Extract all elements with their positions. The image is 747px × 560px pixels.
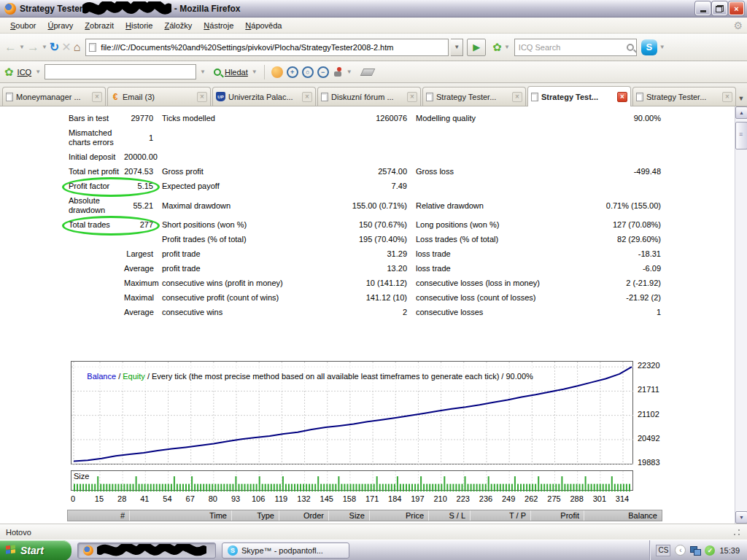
menu-item-1[interactable]: Úpravy [42,19,79,32]
chevron-down-icon[interactable]: ▼ [35,69,41,75]
icq-flower-icon[interactable]: ✿ [492,41,502,54]
network-icon[interactable] [690,546,700,555]
skype-icon: S [228,545,238,556]
task-button-skype[interactable]: S Skype™ - podpantofl... [222,542,349,559]
zoom-out-icon[interactable]: − [317,66,329,78]
caption-method: Every tick (the most precise method base… [152,372,533,381]
tab-2[interactable]: UPUniverzita Palac...× [212,87,316,106]
skype-tray-icon[interactable]: ✓ [705,545,715,556]
go-button[interactable]: ▶ [467,39,486,56]
skype-extension-icon[interactable]: S [641,39,657,55]
forward-button[interactable]: → [27,41,39,53]
url-input[interactable] [99,42,445,52]
scroll-up-button[interactable]: ▲ [735,106,747,119]
menu-item-5[interactable]: Nástroje [198,19,239,32]
search-icon[interactable] [627,44,634,51]
zoom-reset-icon[interactable]: ○ [302,66,314,78]
url-bar[interactable] [85,39,449,56]
tab-overflow-button[interactable]: ▼ [737,91,746,106]
tab-strip: Moneymanager ...×€Email (3)×UPUniverzita… [1,86,737,106]
skype-dropdown-icon[interactable]: ▼ [659,44,665,50]
tab-4[interactable]: Strategy Tester...× [422,87,526,106]
stats-cell: 90.00% [584,111,662,125]
resize-grip[interactable] [732,528,741,537]
tab-close-icon[interactable]: × [617,92,627,102]
chevron-down-icon[interactable]: ▼ [200,69,206,75]
caption-separator: / [145,372,152,381]
stats-cell: 195 (70.40%) [328,232,409,246]
gear-icon[interactable]: ⚙ [733,20,743,31]
chevron-left-icon[interactable]: ‹ [675,545,686,556]
stats-cell: Gross profit [155,164,328,179]
menu-item-0[interactable]: Soubor [4,19,42,32]
tab-1[interactable]: €Email (3)× [107,87,211,106]
reload-icon[interactable]: ↻ [50,42,59,53]
x-axis-label: 93 [226,494,245,503]
x-axis-label: 275 [544,494,563,503]
icq-search-input[interactable] [517,42,627,52]
stop-icon[interactable]: ✕ [61,42,71,53]
icq-dropdown-icon[interactable]: ▼ [504,44,510,50]
y-axis-label: 21711 [638,385,670,394]
navigation-toolbar: ← ▼ → ▼ ↻ ✕ ⌂ ▼ ▶ ✿ ▼ S ▼ [0,34,747,61]
scrollbar-thumb[interactable] [735,122,747,149]
tab-3[interactable]: Diskuzní fórum ...× [317,87,421,106]
icq-label[interactable]: ICQ [18,68,32,77]
menu-item-4[interactable]: Záložky [158,19,198,32]
stats-row: Absolute drawdown55.21Maximal drawdown15… [67,193,662,217]
window-title-left: Strategy Tester [20,4,82,14]
stats-cell [409,149,584,164]
search-button[interactable]: Hledat [225,68,248,77]
tab-close-icon[interactable]: × [92,92,102,102]
chevron-down-icon[interactable]: ▼ [347,69,352,75]
task-button-firefox[interactable] [77,542,216,559]
back-dropdown-icon[interactable]: ▼ [19,44,25,50]
tab-close-icon[interactable]: × [197,92,207,102]
x-axis-label: 210 [431,494,450,503]
tab-close-icon[interactable]: × [512,92,522,102]
joystick-icon[interactable] [333,67,343,77]
forward-dropdown-icon[interactable]: ▼ [42,44,47,50]
chevron-down-icon[interactable]: ▼ [252,69,258,75]
scroll-down-button[interactable]: ▼ [735,511,747,524]
start-button[interactable]: Start [0,540,71,560]
tab-close-icon[interactable]: × [722,92,732,102]
menu-item-3[interactable]: Historie [120,19,158,32]
stats-table: Bars in test29770Ticks modelled1260076Mo… [67,111,662,319]
stats-cell: Total net profit [67,164,123,179]
language-indicator[interactable]: CS [656,545,670,556]
menu-item-6[interactable]: Nápověda [239,19,287,32]
url-dropdown-button[interactable]: ▼ [451,39,463,56]
stats-cell [67,290,123,305]
tab-0[interactable]: Moneymanager ...× [2,87,106,106]
stats-row: Averageconsecutive wins2consecutive loss… [67,305,662,319]
tab-close-icon[interactable]: × [302,92,312,102]
stats-cell [584,149,662,164]
icq-search-box[interactable] [514,39,637,56]
zoom-in-icon[interactable]: + [287,66,298,78]
icq-toolbar-input[interactable] [44,64,196,79]
menu-item-2[interactable]: Zobrazit [79,19,120,32]
stats-cell: 7.49 [328,179,409,193]
x-axis-label: 236 [476,494,495,503]
x-axis-label: 28 [112,494,131,503]
tab-close-icon[interactable]: × [407,92,417,102]
emoticon-icon[interactable] [271,66,283,78]
y-axis-label: 21102 [638,410,670,419]
menu-bar: SouborÚpravyZobrazitHistorieZáložkyNástr… [0,18,747,34]
stats-cell: 82 (29.60%) [584,232,662,246]
firefox-app-icon [4,3,16,15]
stats-row: Initial deposit20000.00 [67,149,662,164]
tab-6[interactable]: Strategy Tester...× [632,87,736,106]
x-axis-label: 314 [613,494,632,503]
vertical-scrollbar[interactable]: ▲ ▼ [735,106,747,524]
tab-5[interactable]: Strategy Test...× [527,86,631,106]
stats-cell: Maximal [123,290,155,305]
eraser-icon[interactable] [360,69,375,76]
home-icon[interactable]: ⌂ [74,42,81,53]
restore-button[interactable] [712,1,727,15]
back-button[interactable]: ← [4,41,17,53]
minimize-button[interactable] [695,1,711,15]
search-icon[interactable] [214,69,221,76]
close-button[interactable]: × [729,1,744,15]
